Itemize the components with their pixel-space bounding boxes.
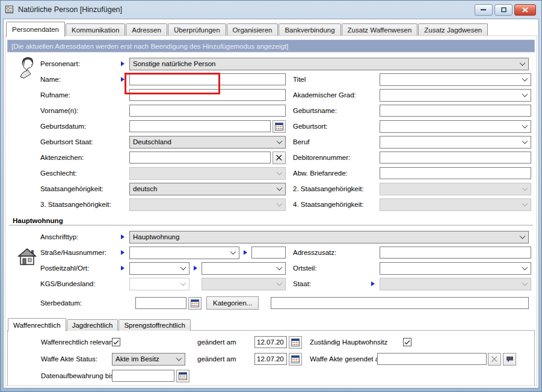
chevron-down-icon xyxy=(230,249,236,255)
row-geburtsdatum-geburtsort: Geburtsdatum: Geburtsort: xyxy=(5,118,537,134)
tab-adressen[interactable]: Adressen xyxy=(126,23,167,36)
aktenzeichen-input[interactable] xyxy=(129,152,271,164)
kategorien-input[interactable] xyxy=(271,297,529,309)
ort-combobox[interactable] xyxy=(202,262,286,275)
geschlecht-label: Geschlecht: xyxy=(40,170,121,177)
close-button[interactable] xyxy=(514,4,536,16)
person-fields: Personenart: Sonstige natürliche Person … xyxy=(5,56,537,212)
waffe-akte-gesendet-an-input[interactable] xyxy=(377,353,487,365)
chevron-down-icon xyxy=(180,265,186,271)
gesendet-an-clear-button[interactable] xyxy=(488,353,501,366)
abw-briefanrede-input[interactable] xyxy=(380,167,531,179)
staatsangehoerigkeit-4-combobox[interactable] xyxy=(380,198,531,211)
tab-kommunikation[interactable]: Kommunikation xyxy=(66,23,125,36)
staatsangehoerigkeit-combobox[interactable]: deutsch xyxy=(129,183,286,195)
geburtsort-label: Geburtsort: xyxy=(293,123,371,130)
waffe-akte-status-value: Akte im Besitz xyxy=(115,355,159,363)
staatsangehoerigkeit-4-label: 4. Staatsangehörigkeit: xyxy=(293,201,371,208)
tab-organisieren[interactable]: Organisieren xyxy=(227,23,279,36)
sterbedatum-input[interactable] xyxy=(135,297,186,309)
akademischer-grad-combobox[interactable] xyxy=(380,89,531,102)
adresszusatz-input[interactable] xyxy=(380,247,531,259)
ortsteil-label: Ortsteil: xyxy=(293,265,371,272)
staat-combobox[interactable] xyxy=(380,278,531,290)
geburtsdatum-input[interactable] xyxy=(129,120,271,132)
tab-bankverbindung[interactable]: Bankverbindung xyxy=(279,23,340,36)
debitorennummer-input[interactable] xyxy=(380,152,531,164)
restore-icon xyxy=(501,7,507,13)
ortsteil-combobox[interactable] xyxy=(380,262,531,275)
rufname-input[interactable] xyxy=(129,89,286,101)
calendar-icon xyxy=(275,123,283,130)
calendar-icon xyxy=(291,338,300,346)
akademischer-grad-label: Akademischer Grad: xyxy=(293,91,371,99)
tab-zusatz-jagdwesen[interactable]: Zusatz Jagdwesen xyxy=(418,23,488,36)
waffenrechtlich-relevant-label: Waffenrechtlich relevant xyxy=(41,338,112,346)
hauptwohnung-fields: Anschrifttyp: Hauptwohnung Straße/Hausnu… xyxy=(5,229,537,311)
tab-page-personendaten: [Die aktuellen Adressdaten werden erst n… xyxy=(5,35,537,386)
plz-combobox[interactable] xyxy=(129,262,189,275)
datenaufbewahrung-calendar-button[interactable] xyxy=(176,370,189,382)
name-label: Name: xyxy=(40,76,121,83)
gesendet-an-note-button[interactable] xyxy=(503,353,516,366)
geburtsort-combobox[interactable] xyxy=(380,120,531,133)
required-marker-icon xyxy=(121,77,125,82)
tab-ueberpruefungen[interactable]: Überprüfungen xyxy=(168,23,226,36)
tab-zusatz-waffenwesen[interactable]: Zusatz Waffenwesen xyxy=(342,23,418,36)
tab-waffenrechtlich[interactable]: Waffenrechtlich xyxy=(8,318,66,331)
waffenrechtlich-relevant-checkbox[interactable] xyxy=(112,338,120,346)
row-aktenzeichen-debitorennummer: Aktenzeichen: Debitorennummer: xyxy=(5,150,537,165)
adresszusatz-label: Adresszusatz: xyxy=(293,249,371,256)
strasse-combobox[interactable] xyxy=(129,247,239,259)
geaendert-am-2-input[interactable] xyxy=(254,353,287,365)
chevron-down-icon xyxy=(277,201,283,207)
aktenzeichen-clear-button[interactable] xyxy=(273,152,286,164)
name-input[interactable] xyxy=(129,73,286,85)
zustaendig-hauptwohnsitz-checkbox[interactable] xyxy=(403,338,411,346)
geburtsdatum-calendar-button[interactable] xyxy=(273,120,286,133)
geaendert-am-1-calendar-button[interactable] xyxy=(289,336,302,349)
kgs-combobox[interactable] xyxy=(129,278,189,290)
required-marker-icon xyxy=(121,266,125,271)
row-anschrifttyp: Anschrifttyp: Hauptwohnung xyxy=(5,229,537,245)
geaendert-am-1-input[interactable] xyxy=(254,336,287,348)
titel-combobox[interactable] xyxy=(380,73,531,86)
tab-personendaten[interactable]: Personendaten xyxy=(6,22,65,37)
check-icon xyxy=(113,340,119,345)
restore-button[interactable] xyxy=(494,4,513,16)
row-waffenrechtlich-relevant: Waffenrechtlich relevant geändert am Zus… xyxy=(8,334,534,351)
row-vorname-geburtsname: Vorname(n): Geburtsname: xyxy=(5,103,537,118)
staatsangehoerigkeit-2-combobox[interactable] xyxy=(380,183,531,195)
vorname-input[interactable] xyxy=(129,105,286,117)
required-marker-icon xyxy=(371,281,375,286)
geschlecht-combobox[interactable] xyxy=(129,167,286,180)
tab-jagdrechtlich[interactable]: Jagdrechtlich xyxy=(67,319,119,331)
required-marker-icon xyxy=(194,266,197,271)
beruf-combobox[interactable] xyxy=(380,136,531,149)
required-marker-icon xyxy=(121,250,125,255)
kategorien-button[interactable]: Kategorien... xyxy=(206,296,259,310)
sterbedatum-calendar-button[interactable] xyxy=(188,297,202,310)
geburtsname-label: Geburtsname: xyxy=(293,107,371,114)
strasse-label: Straße/Hausnummer: xyxy=(40,249,121,256)
row-rufname-grad: Rufname: Akademischer Grad: xyxy=(5,87,537,103)
tab-sprengstoffrechtlich[interactable]: Sprengstoffrechtlich xyxy=(119,319,190,331)
datenaufbewahrung-input[interactable] xyxy=(112,370,174,382)
row-strasse-adresszusatz: Straße/Hausnummer: Adresszusatz: xyxy=(5,245,537,260)
required-marker-icon xyxy=(121,61,125,66)
anschrifttyp-combobox[interactable]: Hauptwohnung xyxy=(129,231,529,243)
close-icon xyxy=(522,7,528,13)
chevron-down-icon xyxy=(520,60,526,66)
hauptwohnung-section-header: Hauptwohnung xyxy=(9,215,533,225)
staatsangehoerigkeit-3-combobox[interactable] xyxy=(129,198,286,211)
geaendert-am-2-calendar-button[interactable] xyxy=(289,353,302,366)
personenart-combobox[interactable]: Sonstige natürliche Person xyxy=(129,58,529,70)
minimize-button[interactable] xyxy=(475,4,493,16)
geburtsort-staat-combobox[interactable]: Deutschland xyxy=(129,136,286,149)
window-app-icon xyxy=(5,5,14,14)
bundesland-combobox[interactable] xyxy=(202,278,286,290)
geburtsname-input[interactable] xyxy=(380,105,531,117)
waffe-akte-status-combobox[interactable]: Akte im Besitz xyxy=(112,353,185,366)
speech-bubble-icon xyxy=(506,356,514,363)
hausnummer-input[interactable] xyxy=(251,247,286,259)
